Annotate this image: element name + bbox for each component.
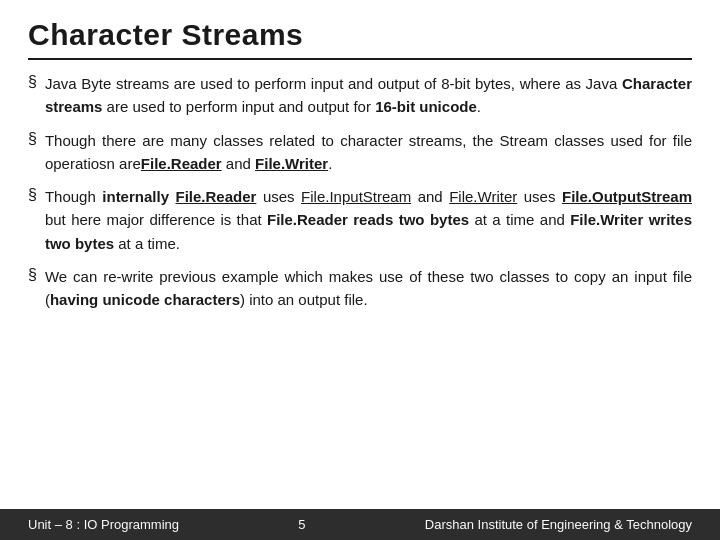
footer-institute-label: Darshan Institute of Engineering & Techn… (425, 517, 692, 532)
internally-label: internally (102, 188, 169, 205)
bullet-section-3: § Though internally File.Reader uses Fil… (28, 185, 692, 255)
bullet-text-4: We can re-write previous example which m… (45, 265, 692, 312)
bold-16bit-unicode: 16-bit unicode (375, 98, 477, 115)
bullet-icon-3: § (28, 186, 37, 204)
footer-page-number: 5 (298, 517, 305, 532)
footer: Unit – 8 : IO Programming 5 Darshan Inst… (0, 509, 720, 540)
filereader-reads-label: File.Reader reads two bytes (267, 211, 469, 228)
bullet-icon-2: § (28, 130, 37, 148)
bullet-text-1: Java Byte streams are used to perform in… (45, 72, 692, 119)
bold-character-streams: Character streams (45, 75, 692, 115)
bullet-icon-4: § (28, 266, 37, 284)
bullet-icon-1: § (28, 73, 37, 91)
page-title: Character Streams (28, 18, 692, 52)
file-writer-ref-2: File.Writer (449, 188, 517, 205)
divider (28, 58, 692, 60)
page-container: Character Streams § Java Byte streams ar… (0, 0, 720, 540)
bullet-text-2: Though there are many classes related to… (45, 129, 692, 176)
main-content: Character Streams § Java Byte streams ar… (0, 0, 720, 509)
file-outputstream-ref: File.OutputStream (562, 188, 692, 205)
file-reader-ref-2: File.Reader (176, 188, 257, 205)
bullet-text-3: Though internally File.Reader uses File.… (45, 185, 692, 255)
having-unicode-label: having unicode characters (50, 291, 240, 308)
file-inputstream-ref: File.InputStream (301, 188, 411, 205)
bullet-section-4: § We can re-write previous example which… (28, 265, 692, 312)
bullet-section-1: § Java Byte streams are used to perform … (28, 72, 692, 119)
file-reader-ref-1: File.Reader (141, 155, 222, 172)
bullet-section-2: § Though there are many classes related … (28, 129, 692, 176)
footer-unit-label: Unit – 8 : IO Programming (28, 517, 179, 532)
file-writer-ref-1: File.Writer (255, 155, 328, 172)
